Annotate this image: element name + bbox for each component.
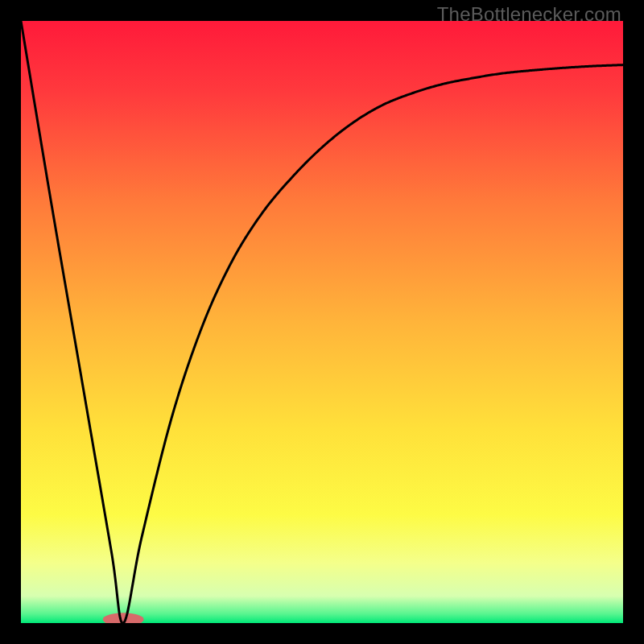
bottleneck-chart (21, 21, 623, 623)
gradient-background (21, 21, 623, 623)
chart-frame (21, 21, 623, 623)
watermark-text: TheBottlenecker.com (437, 3, 621, 26)
